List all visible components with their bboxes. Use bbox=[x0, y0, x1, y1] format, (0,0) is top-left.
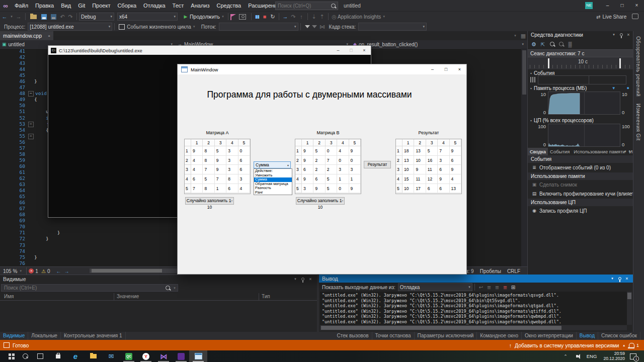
matrix-cell[interactable]: 8 bbox=[203, 146, 214, 156]
error-count-icon[interactable]: × bbox=[29, 268, 34, 274]
output-vertical-scrollbar[interactable] bbox=[627, 292, 632, 325]
show-events-item[interactable]: ≣ Отображение событий (0 из 0) bbox=[528, 163, 633, 171]
solution-configuration-dropdown[interactable]: Debug▾ bbox=[79, 13, 114, 21]
save-all-icon[interactable] bbox=[51, 14, 56, 20]
matrix-cell[interactable]: 0 bbox=[337, 184, 349, 194]
matrix-cell[interactable]: 3 bbox=[238, 174, 250, 184]
filter-frames-icon[interactable] bbox=[312, 25, 317, 28]
prev-message-icon[interactable]: ≣ bbox=[485, 285, 493, 290]
lifecycle-chevron-icon[interactable]: ▾ bbox=[191, 25, 197, 29]
menu-item-3[interactable]: Git bbox=[74, 0, 89, 11]
dropdown-option-5[interactable]: Ранг bbox=[254, 191, 292, 195]
diag-tab-0[interactable]: Сводка bbox=[528, 148, 548, 155]
output-source-dropdown[interactable]: Отладка▾ bbox=[398, 283, 472, 291]
dropdown-option-4[interactable]: Разность bbox=[254, 186, 292, 191]
column-name[interactable]: Имя bbox=[4, 294, 14, 299]
autos-titlebar[interactable]: Видимые ▾ × bbox=[0, 275, 317, 283]
line-ending-indicator[interactable]: CRLF bbox=[507, 268, 520, 274]
menu-item-0[interactable]: Файл bbox=[11, 0, 32, 11]
menu-item-6[interactable]: Отладка bbox=[140, 0, 169, 11]
tool-tab-2[interactable]: Контрольные значения 1 bbox=[61, 332, 126, 340]
output-chevron-icon[interactable]: ▾ bbox=[609, 277, 616, 281]
solution-platform-dropdown[interactable]: x64▾ bbox=[117, 13, 178, 21]
matrix-cell[interactable]: 8 bbox=[203, 156, 214, 165]
matrix-cell[interactable]: 7 bbox=[326, 156, 337, 165]
tool-tab-1[interactable]: Локальные bbox=[28, 332, 61, 340]
step-into-icon[interactable]: → bbox=[281, 14, 289, 20]
memory-section-header[interactable]: ▾Память процесса (МБ) ▼ ● bbox=[528, 84, 633, 92]
menu-item-7[interactable]: Тест bbox=[169, 0, 188, 11]
matrix-cell[interactable]: 2 bbox=[326, 165, 337, 174]
column-type[interactable]: Тип bbox=[262, 294, 270, 299]
warning-count[interactable]: 0 bbox=[47, 268, 50, 274]
matrix-cell[interactable]: 3 bbox=[226, 156, 238, 165]
quick-search-input[interactable] bbox=[276, 3, 331, 9]
maximize-button[interactable]: □ bbox=[615, 0, 629, 11]
rail-tab-0[interactable]: Обозреватель решений bbox=[635, 36, 641, 97]
matrix-cell[interactable]: 9 bbox=[215, 156, 226, 165]
matrix-cell[interactable]: 10 bbox=[403, 184, 414, 194]
matrix-cell[interactable]: 0 bbox=[238, 146, 250, 156]
live-share-group[interactable]: ⇄ Live Share bbox=[596, 12, 626, 21]
fill-random-b-button[interactable]: Случайно заполнить 1-10 bbox=[296, 197, 345, 205]
warning-icon[interactable]: ⚠ bbox=[41, 268, 46, 274]
matrix-cell[interactable]: 4 bbox=[238, 184, 250, 194]
cpu-profile-item[interactable]: ◉ Запись профиля ЦП bbox=[528, 207, 633, 215]
start-button[interactable] bbox=[5, 352, 17, 360]
matrix-cell[interactable]: 13 bbox=[450, 184, 461, 194]
matrix-cell[interactable]: 1 bbox=[349, 174, 361, 184]
yandex-browser-icon[interactable]: Y bbox=[140, 352, 152, 360]
matrix-cell[interactable]: 6 bbox=[313, 174, 325, 184]
language-indicator[interactable]: ENG bbox=[586, 352, 598, 360]
tab-mainwindow-cpp[interactable]: mainwindow.cpp × bbox=[0, 31, 53, 40]
stack-frame-dropdown[interactable]: ▾ bbox=[358, 23, 427, 31]
menu-item-9[interactable]: Средства bbox=[213, 0, 245, 11]
matrix-cell[interactable]: 4 bbox=[191, 165, 203, 174]
app-icon-purple[interactable] bbox=[175, 352, 187, 360]
tool-tab-0[interactable]: Стек вызовов bbox=[334, 332, 372, 340]
qt-app-window[interactable]: MainWindow – □ × Программа для работы с … bbox=[177, 64, 467, 275]
matrix-cell[interactable]: 8 bbox=[226, 174, 238, 184]
tool-tab-2[interactable]: Параметры исключений bbox=[415, 332, 477, 340]
matrix-cell[interactable]: 5 bbox=[215, 146, 226, 156]
matrix-cell[interactable]: 6 bbox=[438, 184, 449, 194]
matrix-cell[interactable]: 3 bbox=[226, 146, 238, 156]
stop-icon[interactable]: ■ bbox=[261, 14, 269, 20]
matrix-cell[interactable]: 1 bbox=[337, 174, 349, 184]
flag-frames-icon[interactable]: ⋈ bbox=[319, 24, 326, 30]
matrix-cell[interactable]: 5 bbox=[313, 146, 325, 156]
matrix-cell[interactable]: 5 bbox=[326, 174, 337, 184]
dropdown-option-1[interactable]: Умножить bbox=[254, 173, 292, 178]
diag-tab-1[interactable]: События bbox=[548, 148, 572, 155]
matrix-cell[interactable]: 9 bbox=[302, 146, 313, 156]
matrix-cell[interactable]: 6 bbox=[226, 184, 238, 194]
output-close-icon[interactable]: × bbox=[624, 276, 630, 281]
memory-marker-icon[interactable]: ▼ bbox=[612, 86, 616, 90]
minimize-button[interactable]: – bbox=[600, 0, 615, 11]
matrix-cell[interactable]: 11 bbox=[414, 174, 426, 184]
step-over-icon[interactable]: ↷ bbox=[289, 14, 297, 20]
matrix-cell[interactable]: 0 bbox=[326, 146, 337, 156]
tool-tab-1[interactable]: Точки останова bbox=[372, 332, 415, 340]
matrix-cell[interactable]: 3 bbox=[226, 165, 238, 174]
matrix-cell[interactable]: 15 bbox=[403, 174, 414, 184]
close-button[interactable]: × bbox=[629, 0, 644, 11]
zoom-level[interactable]: 105 % bbox=[3, 268, 17, 274]
heap-profiling-item[interactable]: ▤ Включить профилирование кучи (влияет н… bbox=[528, 190, 633, 198]
memory-dot-icon[interactable]: ● bbox=[627, 85, 629, 90]
app-titlebar[interactable]: MainWindow – □ × bbox=[178, 64, 466, 74]
feedback-icon[interactable] bbox=[632, 14, 638, 19]
rail-tab-1[interactable]: Изменения Git bbox=[635, 104, 641, 141]
tool-tab-5[interactable]: Вывод bbox=[577, 332, 598, 340]
tab-scroll-left-icon[interactable]: ◂ bbox=[624, 149, 626, 153]
matrix-b-table[interactable]: 12345195049292700362233496511539509 bbox=[295, 139, 361, 194]
add-to-source-control-button[interactable]: Добавить в систему управления версиями bbox=[515, 342, 619, 348]
spaces-indicator[interactable]: Пробелы bbox=[480, 268, 501, 274]
diag-chart-icon[interactable]: ▒ bbox=[566, 41, 575, 48]
app-minimize-button[interactable]: – bbox=[426, 64, 439, 74]
tab-scroll-right-icon[interactable]: ▸ bbox=[629, 149, 631, 153]
nav-back-icon[interactable]: ← bbox=[56, 268, 61, 274]
matrix-cell[interactable]: 13 bbox=[403, 156, 414, 165]
file-explorer-icon[interactable] bbox=[87, 352, 99, 360]
error-count[interactable]: 1 bbox=[35, 268, 38, 274]
